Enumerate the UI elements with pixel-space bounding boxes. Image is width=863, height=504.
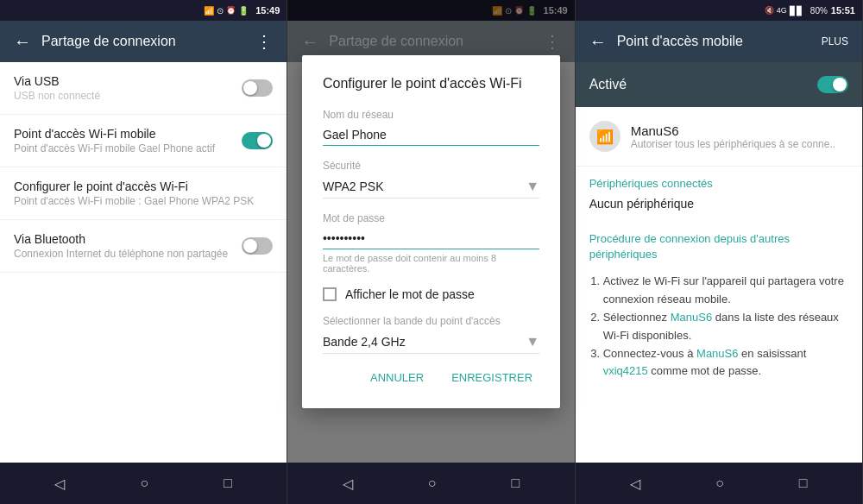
activated-label: Activé bbox=[589, 77, 627, 92]
panel3-content: 📶 ManuS6 Autoriser tous les périphérique… bbox=[576, 107, 862, 463]
panel3-plus-button[interactable]: PLUS bbox=[822, 35, 848, 47]
show-password-row[interactable]: Afficher le mot de passe bbox=[323, 287, 539, 301]
manus6-link-1[interactable]: ManuS6 bbox=[671, 311, 712, 324]
home-nav-btn3[interactable]: ○ bbox=[698, 469, 741, 498]
panel1-status-bar: 📶 ⊙ ⏰ 🔋 15:49 bbox=[0, 0, 287, 21]
password-link[interactable]: vxiq4215 bbox=[603, 364, 648, 377]
band-select[interactable]: Bande 2,4 GHz ▼ bbox=[323, 331, 539, 354]
band-field: Sélectionner la bande du point d'accès B… bbox=[323, 315, 539, 354]
panel2-bottom-nav: ◁ ○ □ bbox=[287, 463, 574, 504]
panel1-top-bar: ← Partage de connexion ⋮ bbox=[0, 21, 287, 62]
recent-nav-btn3[interactable]: □ bbox=[782, 469, 825, 498]
security-select[interactable]: WPA2 PSK ▼ bbox=[323, 175, 539, 198]
band-chevron-icon: ▼ bbox=[526, 334, 539, 350]
signal-icon: 📶 bbox=[204, 6, 214, 16]
panel3-back-button[interactable]: ← bbox=[589, 32, 607, 52]
instructions-list: Activez le Wi-Fi sur l'appareil qui part… bbox=[576, 266, 862, 394]
home-nav-btn[interactable]: ○ bbox=[123, 469, 166, 498]
band-value: Bande 2,4 GHz bbox=[323, 335, 406, 349]
panel1: 📶 ⊙ ⏰ 🔋 15:49 ← Partage de connexion ⋮ V… bbox=[0, 0, 287, 504]
panel2: 📶 ⊙ ⏰ 🔋 15:49 ← Partage de connexion ⋮ ◁… bbox=[287, 0, 575, 504]
security-value: WPA2 PSK bbox=[323, 180, 384, 193]
panel3-bottom-nav: ◁ ○ □ bbox=[576, 463, 862, 504]
dialog-title: Configurer le point d'accès Wi-Fi bbox=[323, 76, 539, 91]
configure-hotspot-desc: Point d'accès Wi-Fi mobile : Gael Phone … bbox=[14, 195, 273, 207]
activated-row: Activé bbox=[576, 62, 862, 107]
wifi-hotspot-item[interactable]: Point d'accès Wi-Fi mobile Point d'accès… bbox=[0, 115, 287, 167]
panel3-status-bar: 🔇 4G ▊▊ 80% 15:51 bbox=[576, 0, 862, 21]
panel1-time: 15:49 bbox=[255, 5, 280, 16]
password-input[interactable] bbox=[323, 228, 539, 249]
mute-icon: 🔇 bbox=[765, 6, 774, 15]
band-label: Sélectionner la bande du point d'accès bbox=[323, 315, 539, 327]
bluetooth-title: Via Bluetooth bbox=[14, 232, 242, 246]
configure-hotspot-item[interactable]: Configurer le point d'accès Wi-Fi Point … bbox=[0, 167, 287, 220]
security-field: Sécurité WPA2 PSK ▼ bbox=[323, 160, 539, 198]
connected-section-title: Périphériques connectés bbox=[576, 167, 862, 193]
save-button[interactable]: ENREGISTRER bbox=[444, 368, 539, 387]
wifi-icon: ⊙ bbox=[217, 6, 224, 16]
panel1-status-icons: 📶 ⊙ ⏰ 🔋 bbox=[204, 6, 249, 16]
activated-toggle[interactable] bbox=[817, 76, 848, 93]
dialog-overlay: Configurer le point d'accès Wi-Fi Nom du… bbox=[287, 0, 574, 463]
bluetooth-text: Via Bluetooth Connexion Internet du télé… bbox=[14, 232, 242, 260]
show-password-label: Afficher le mot de passe bbox=[345, 287, 475, 301]
panel1-back-button[interactable]: ← bbox=[14, 32, 31, 52]
usb-title: Via USB bbox=[14, 74, 242, 88]
usb-setting-item[interactable]: Via USB USB non connecté bbox=[0, 62, 287, 115]
wifi-hotspot-toggle[interactable] bbox=[242, 132, 273, 149]
panel1-title: Partage de connexion bbox=[41, 34, 245, 49]
cancel-button[interactable]: ANNULER bbox=[363, 368, 431, 387]
signal-4g-icon: 4G bbox=[777, 6, 787, 15]
wifi-hotspot-text: Point d'accès Wi-Fi mobile Point d'accès… bbox=[14, 127, 242, 154]
instruction-2: Sélectionnez ManuS6 dans la liste des ré… bbox=[603, 309, 848, 345]
panel1-bottom-nav: ◁ ○ □ bbox=[0, 463, 287, 504]
wifi-hotspot-title: Point d'accès Wi-Fi mobile bbox=[14, 127, 242, 141]
usb-text-block: Via USB USB non connecté bbox=[14, 74, 242, 102]
panel3-title: Point d'accès mobile bbox=[617, 34, 811, 49]
password-field: Mot de passe Le mot de passe doit conten… bbox=[323, 212, 539, 274]
device-desc: Autoriser tous les périphériques à se co… bbox=[631, 138, 835, 150]
back-nav-btn[interactable]: ◁ bbox=[37, 469, 82, 499]
configure-dialog: Configurer le point d'accès Wi-Fi Nom du… bbox=[302, 55, 560, 408]
recent-nav-btn[interactable]: □ bbox=[206, 469, 249, 498]
dialog-actions: ANNULER ENREGISTRER bbox=[323, 368, 539, 387]
home-nav-btn2[interactable]: ○ bbox=[411, 469, 454, 498]
device-name: ManuS6 bbox=[631, 123, 835, 138]
password-hint: Le mot de passe doit contenir au moins 8… bbox=[323, 253, 539, 274]
network-bars-icon: ▊▊ bbox=[790, 6, 803, 16]
procedure-title: Procédure de connexion depuis d'autres p… bbox=[576, 221, 862, 266]
configure-hotspot-text: Configurer le point d'accès Wi-Fi Point … bbox=[14, 180, 273, 207]
battery-icon: 🔋 bbox=[238, 6, 249, 16]
panel3-status-icons: 🔇 4G ▊▊ bbox=[765, 6, 803, 16]
hotspot-device-row: 📶 ManuS6 Autoriser tous les périphérique… bbox=[576, 107, 862, 167]
panel3-battery: 80% bbox=[810, 6, 828, 16]
no-device-text: Aucun périphérique bbox=[576, 193, 862, 221]
instruction-1: Activez le Wi-Fi sur l'appareil qui part… bbox=[603, 273, 848, 309]
network-name-field: Nom du réseau bbox=[323, 109, 539, 146]
usb-toggle[interactable] bbox=[242, 79, 273, 97]
bluetooth-item[interactable]: Via Bluetooth Connexion Internet du télé… bbox=[0, 220, 287, 273]
back-nav-btn2[interactable]: ◁ bbox=[325, 469, 370, 499]
panel1-more-button[interactable]: ⋮ bbox=[255, 31, 273, 52]
security-label: Sécurité bbox=[323, 160, 539, 172]
manus6-link-2[interactable]: ManuS6 bbox=[696, 347, 738, 360]
show-password-checkbox[interactable] bbox=[323, 287, 337, 301]
configure-hotspot-title: Configurer le point d'accès Wi-Fi bbox=[14, 180, 273, 193]
device-icon: 📶 bbox=[589, 121, 620, 152]
network-name-input[interactable] bbox=[323, 124, 539, 146]
panel3-time: 15:51 bbox=[831, 5, 855, 16]
back-nav-btn3[interactable]: ◁ bbox=[613, 469, 658, 499]
panel3: 🔇 4G ▊▊ 80% 15:51 ← Point d'accès mobile… bbox=[576, 0, 863, 504]
panel1-content: Via USB USB non connecté Point d'accès W… bbox=[0, 62, 287, 463]
wifi-hotspot-desc: Point d'accès Wi-Fi mobile Gael Phone ac… bbox=[14, 142, 242, 154]
usb-desc: USB non connecté bbox=[14, 90, 242, 102]
bluetooth-desc: Connexion Internet du téléphone non part… bbox=[14, 248, 242, 260]
recent-nav-btn2[interactable]: □ bbox=[494, 469, 537, 498]
panel3-top-bar: ← Point d'accès mobile PLUS bbox=[576, 21, 862, 62]
network-name-label: Nom du réseau bbox=[323, 109, 539, 121]
instruction-3: Connectez-vous à ManuS6 en saisissant vx… bbox=[603, 345, 848, 381]
chevron-down-icon: ▼ bbox=[526, 179, 539, 194]
bluetooth-toggle[interactable] bbox=[242, 237, 273, 255]
device-text: ManuS6 Autoriser tous les périphériques … bbox=[631, 123, 835, 150]
